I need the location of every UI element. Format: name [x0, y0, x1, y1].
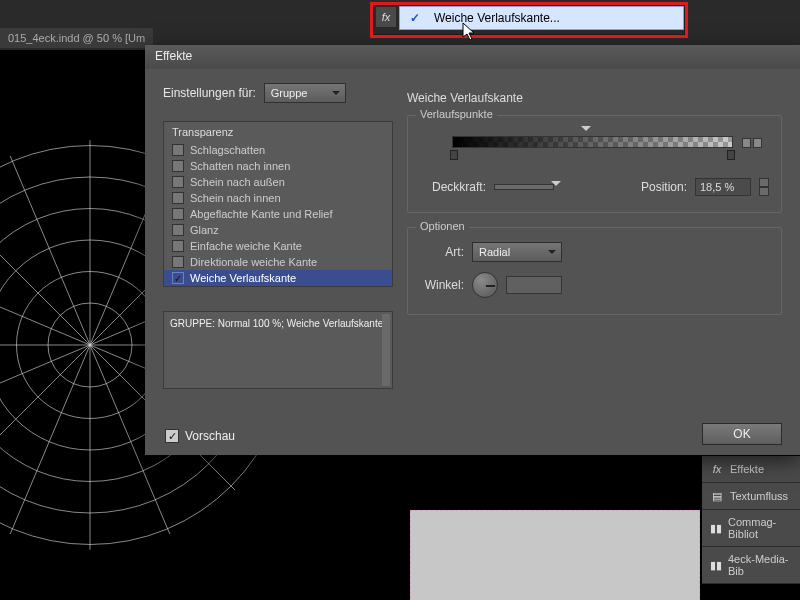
- fx-item-schein-aussen[interactable]: Schein nach außen: [164, 174, 392, 190]
- books-icon: ▮▮: [710, 558, 722, 572]
- checkbox-icon[interactable]: [172, 144, 184, 156]
- checkbox-icon[interactable]: [172, 224, 184, 236]
- position-input[interactable]: 18,5 %: [695, 178, 751, 196]
- panel-label: 4eck-Media-Bib: [728, 553, 792, 577]
- fieldset-legend: Verlaufspunkte: [416, 108, 497, 120]
- textwrap-icon: ▤: [710, 489, 724, 503]
- preview-checkbox[interactable]: ✓: [165, 429, 179, 443]
- fx-item-label: Weiche Verlaufskante: [190, 272, 296, 284]
- fx-item-label: Glanz: [190, 224, 219, 236]
- gradient-stop-right[interactable]: [727, 150, 735, 160]
- fieldset-legend: Optionen: [416, 220, 469, 232]
- fx-item-weiche-verlaufskante[interactable]: ✓Weiche Verlaufskante: [164, 270, 392, 286]
- position-spinner[interactable]: [759, 178, 769, 196]
- checkbox-icon[interactable]: [172, 256, 184, 268]
- fx-item-bevel[interactable]: Abgeflachte Kante und Relief: [164, 206, 392, 222]
- gradient-stops-fieldset: Verlaufspunkte Deckkraft: Position:: [407, 115, 782, 213]
- fx-item-label: Schein nach innen: [190, 192, 281, 204]
- position-label: Position:: [641, 180, 687, 194]
- document-tab[interactable]: 015_4eck.indd @ 50 % [Um: [0, 28, 153, 48]
- fx-item-label: Abgeflachte Kante und Relief: [190, 208, 333, 220]
- document-page: [410, 510, 700, 600]
- preview-label: Vorschau: [185, 429, 235, 443]
- art-label: Art:: [420, 245, 464, 259]
- dialog-title: Effekte: [145, 45, 800, 69]
- fx-item-label: Direktionale weiche Kante: [190, 256, 317, 268]
- select-value: Gruppe: [271, 87, 308, 99]
- panel-label: Commag-Bibliot: [728, 516, 792, 540]
- fx-item-schatten-innen[interactable]: Schatten nach innen: [164, 158, 392, 174]
- panel-textumfluss[interactable]: ▤Textumfluss: [702, 483, 800, 510]
- checkbox-icon[interactable]: [172, 240, 184, 252]
- document-tab-label: 015_4eck.indd @ 50 % [Um: [8, 32, 145, 44]
- effects-summary: GRUPPE: Normal 100 %; Weiche Verlaufskan…: [163, 311, 393, 389]
- checkbox-icon[interactable]: [172, 192, 184, 204]
- books-icon: ▮▮: [710, 521, 722, 535]
- panel-commag[interactable]: ▮▮Commag-Bibliot: [702, 510, 800, 547]
- panel-label: Textumfluss: [730, 490, 788, 502]
- checkbox-icon[interactable]: [172, 160, 184, 172]
- fx-item-schlagschatten[interactable]: Schlagschatten: [164, 142, 392, 158]
- fx-item-label: Schein nach außen: [190, 176, 285, 188]
- fx-item-label: Einfache weiche Kante: [190, 240, 302, 252]
- ok-button[interactable]: OK: [702, 423, 782, 445]
- gradient-midpoint-handle[interactable]: [581, 126, 591, 136]
- effects-dialog: Effekte Einstellungen für: Gruppe Transp…: [145, 45, 800, 455]
- fx-item-schein-innen[interactable]: Schein nach innen: [164, 190, 392, 206]
- section-title: Weiche Verlaufskante: [407, 91, 782, 105]
- gradient-stop-left[interactable]: [450, 150, 458, 160]
- fx-item-label: Schatten nach innen: [190, 160, 290, 172]
- art-select[interactable]: Radial: [472, 242, 562, 262]
- angle-input[interactable]: 0°: [506, 276, 562, 294]
- fx-item-glanz[interactable]: Glanz: [164, 222, 392, 238]
- settings-for-select[interactable]: Gruppe: [264, 83, 346, 103]
- fx-item-einfache-weiche[interactable]: Einfache weiche Kante: [164, 238, 392, 254]
- angle-dial[interactable]: [472, 272, 498, 298]
- panel-4eck[interactable]: ▮▮4eck-Media-Bib: [702, 547, 800, 584]
- effects-list-header[interactable]: Transparenz: [164, 122, 392, 142]
- angle-label: Winkel:: [420, 278, 464, 292]
- checkbox-icon[interactable]: ✓: [172, 272, 184, 284]
- opacity-slider[interactable]: [494, 184, 554, 190]
- effects-list: Transparenz Schlagschatten Schatten nach…: [163, 121, 393, 287]
- select-value: Radial: [479, 246, 510, 258]
- panel-label: Effekte: [730, 463, 764, 475]
- options-fieldset: Optionen Art: Radial Winkel: 0°: [407, 227, 782, 315]
- fx-icon: fx: [710, 462, 724, 476]
- panel-effekte[interactable]: fxEffekte: [702, 456, 800, 483]
- settings-for-label: Einstellungen für:: [163, 86, 256, 100]
- opacity-label: Deckkraft:: [420, 180, 486, 194]
- new-stop-icon[interactable]: [741, 136, 763, 152]
- highlight-box: [370, 2, 688, 38]
- checkbox-icon[interactable]: [172, 208, 184, 220]
- side-panels: fxEffekte ▤Textumfluss ▮▮Commag-Bibliot …: [702, 456, 800, 584]
- fx-item-direktionale-weiche[interactable]: Direktionale weiche Kante: [164, 254, 392, 270]
- gradient-ramp[interactable]: [452, 136, 733, 148]
- fx-item-label: Schlagschatten: [190, 144, 265, 156]
- checkbox-icon[interactable]: [172, 176, 184, 188]
